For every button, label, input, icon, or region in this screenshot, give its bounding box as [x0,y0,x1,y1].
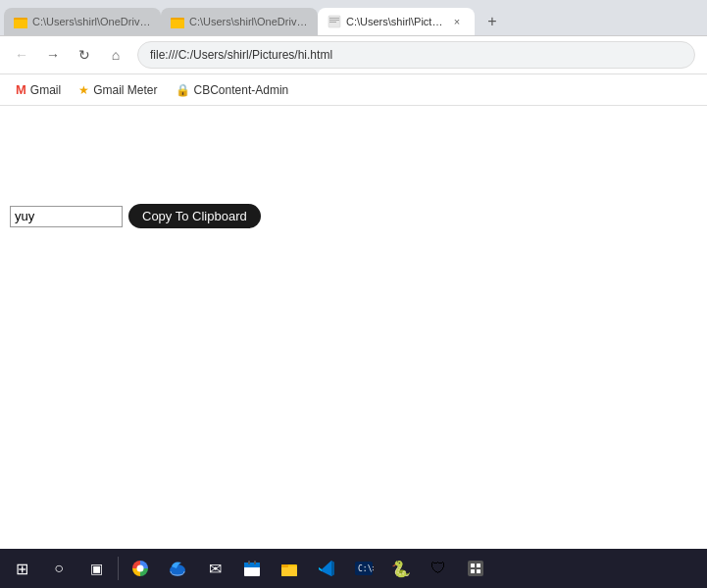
svg-rect-12 [254,561,256,564]
page-content: Copy To Clipboard [0,106,707,549]
browser-chrome: C:\Users\shirl\OneDrive\Ser C:\Users\shi… [0,0,707,106]
svg-rect-21 [468,561,483,576]
cbcontent-label: CBContent-Admin [194,83,289,97]
taskbar-explorer[interactable] [272,551,307,586]
taskbar-calendar[interactable] [234,551,270,586]
back-button[interactable]: ← [8,41,35,69]
taskbar-security[interactable]: 🛡 [421,551,456,586]
terminal-icon: C:\> [354,559,374,578]
tab-3-title: C:\Users\shirl\Pictures\h [346,16,445,27]
svg-text:C:\>: C:\> [358,564,374,573]
gmail-icon: M [16,82,26,97]
svg-marker-18 [319,567,322,571]
bookmark-gmail[interactable]: M Gmail [8,78,69,101]
search-icon: ○ [54,560,64,577]
svg-rect-11 [248,561,250,564]
tab-2-title: C:\Users\shirl\OneDrive\Ser [189,16,308,27]
bookmarks-bar: M Gmail ★ Gmail Meter 🔒 CBContent-Admin [0,74,707,106]
bookmark-gmail-meter[interactable]: ★ Gmail Meter [71,79,165,101]
windows-icon: ⊞ [16,560,28,578]
tab-1-title: C:\Users\shirl\OneDrive\Ser [32,16,151,27]
svg-rect-7 [329,22,336,23]
reload-button[interactable]: ↻ [71,41,98,69]
python-icon: 🐍 [391,560,411,578]
svg-rect-14 [281,566,297,576]
bookmark-cbcontent[interactable]: 🔒 CBContent-Admin [168,79,297,101]
svg-rect-3 [171,20,184,28]
svg-rect-25 [477,569,480,573]
explorer-icon [279,559,299,578]
input-row: Copy To Clipboard [10,204,697,228]
taskbar-separator-1 [118,557,119,580]
svg-rect-22 [471,564,475,567]
tab-3[interactable]: C:\Users\shirl\Pictures\h × [318,8,475,35]
mail-icon: ✉ [209,560,222,578]
taskbar: ⊞ ○ ▣ ✉ [0,549,707,588]
tab-bar: C:\Users\shirl\OneDrive\Ser C:\Users\shi… [0,0,707,35]
taskbar-chrome[interactable] [123,551,158,586]
search-button[interactable]: ○ [41,551,76,586]
forward-button[interactable]: → [39,41,67,69]
svg-rect-5 [329,18,339,19]
tab-1[interactable]: C:\Users\shirl\OneDrive\Ser [4,8,161,35]
svg-rect-1 [14,20,27,28]
tab-2-icon [171,15,184,28]
nav-bar: ← → ↻ ⌂ file:///C:/Users/shirl/Pictures/… [0,35,707,74]
home-button[interactable]: ⌂ [102,41,129,69]
address-text: file:///C:/Users/shirl/Pictures/hi.html [150,48,332,62]
tab-2[interactable]: C:\Users\shirl\OneDrive\Ser [161,8,318,35]
new-tab-button[interactable]: + [479,8,506,35]
shield-icon: 🛡 [430,560,446,577]
svg-marker-17 [331,561,334,576]
taskbar-python[interactable]: 🐍 [383,551,419,586]
gmail-meter-label: Gmail Meter [93,83,157,97]
svg-rect-23 [477,564,480,567]
copy-to-clipboard-button[interactable]: Copy To Clipboard [128,204,261,228]
tab-1-icon [14,15,27,28]
svg-rect-24 [471,569,475,573]
gmail-label: Gmail [30,83,61,97]
svg-rect-6 [329,20,339,21]
taskbar-mail[interactable]: ✉ [197,551,232,586]
vscode-icon [317,559,336,578]
lock-icon: 🔒 [176,83,190,97]
taskbar-terminal[interactable]: C:\> [346,551,381,586]
start-button[interactable]: ⊞ [4,551,39,586]
taskbar-edge[interactable] [160,551,195,586]
task-view-icon: ▣ [90,561,103,576]
gmail-meter-icon: ★ [78,83,89,97]
task-view-button[interactable]: ▣ [78,551,114,586]
chrome-icon [132,561,148,576]
text-input[interactable] [10,206,123,227]
tab-3-icon [328,15,341,28]
taskbar-app-extra[interactable] [458,551,493,586]
tab-3-close[interactable]: × [449,14,465,29]
taskbar-vscode[interactable] [309,551,344,586]
address-bar[interactable]: file:///C:/Users/shirl/Pictures/hi.html [137,41,695,69]
svg-rect-15 [281,564,288,567]
edge-icon [168,559,187,578]
app-extra-icon [466,559,485,578]
calendar-icon [242,559,262,578]
svg-rect-10 [244,563,260,567]
